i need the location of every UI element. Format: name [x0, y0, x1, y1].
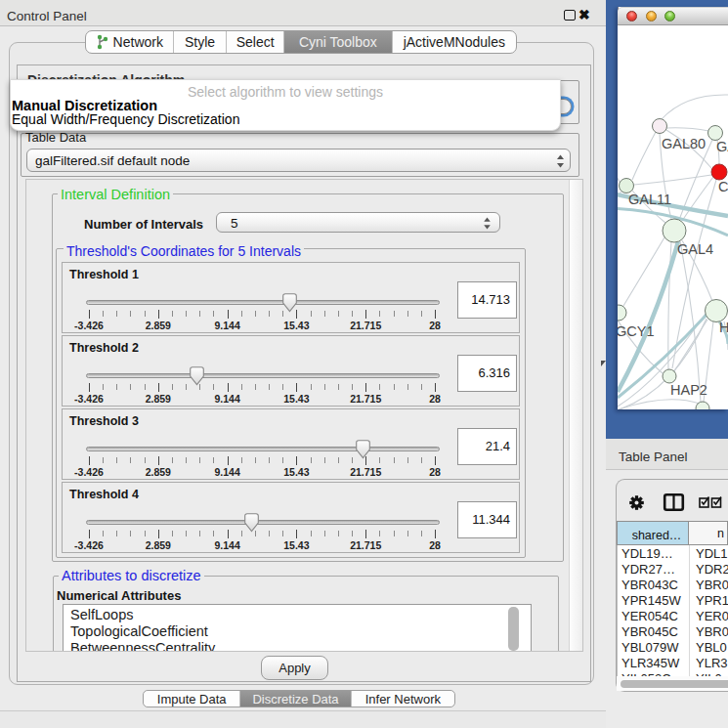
svg-text:HAP2: HAP2 — [670, 382, 707, 398]
svg-text:GAL80: GAL80 — [662, 136, 706, 151]
svg-text:C: C — [718, 179, 728, 194]
svg-text:GAL4: GAL4 — [677, 241, 713, 257]
svg-text:GA: GA — [716, 139, 728, 154]
svg-text:GAL11: GAL11 — [628, 192, 671, 207]
svg-text:H: H — [719, 320, 728, 335]
svg-text:GCY1: GCY1 — [616, 323, 655, 339]
